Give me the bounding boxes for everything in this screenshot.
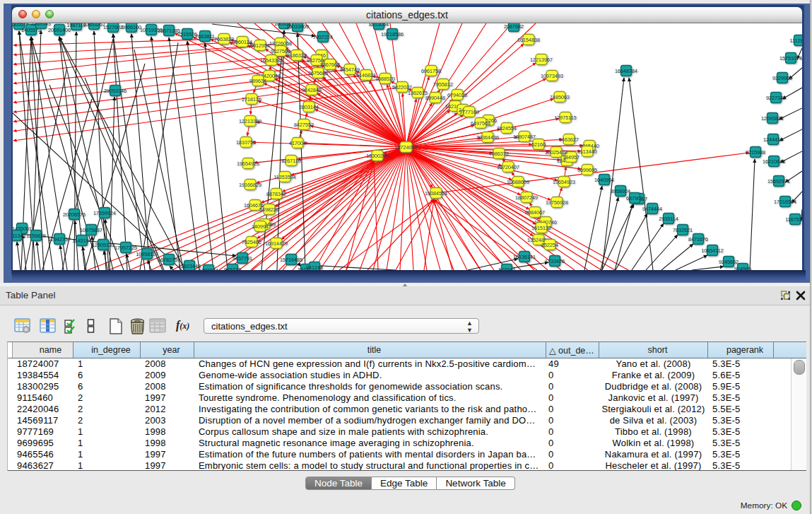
svg-text:7632621: 7632621 <box>673 227 693 233</box>
svg-text:20206576: 20206576 <box>63 211 86 218</box>
svg-text:8912954: 8912954 <box>250 42 270 49</box>
svg-text:7663811: 7663811 <box>195 33 214 40</box>
svg-text:9329966: 9329966 <box>772 75 792 81</box>
svg-text:989634: 989634 <box>249 78 266 84</box>
svg-text:945779: 945779 <box>224 267 241 271</box>
svg-text:3675685: 3675685 <box>308 70 328 76</box>
svg-text:17016504: 17016504 <box>774 199 796 205</box>
svg-text:16914479: 16914479 <box>265 240 288 247</box>
svg-text:19218586: 19218586 <box>381 31 404 37</box>
svg-text:16154838: 16154838 <box>517 37 540 43</box>
svg-text:6497568: 6497568 <box>471 120 490 127</box>
svg-text:687901: 687901 <box>626 195 643 201</box>
svg-text:10654112: 10654112 <box>701 247 723 254</box>
svg-text:10688609: 10688609 <box>507 179 529 185</box>
svg-text:10025438: 10025438 <box>545 149 567 156</box>
svg-text:19654923: 19654923 <box>237 160 259 167</box>
svg-text:1292344: 1292344 <box>199 267 218 271</box>
svg-text:16543382: 16543382 <box>260 57 283 64</box>
svg-text:10973493: 10973493 <box>541 73 563 79</box>
svg-text:18724007: 18724007 <box>395 144 418 151</box>
svg-text:16210643: 16210643 <box>763 158 785 165</box>
svg-text:15716485: 15716485 <box>280 257 302 263</box>
svg-text:9245652: 9245652 <box>719 259 739 265</box>
svg-text:252254: 252254 <box>541 242 558 248</box>
svg-text:1167533: 1167533 <box>785 216 802 223</box>
svg-text:8813054: 8813054 <box>369 23 389 28</box>
svg-text:62160: 62160 <box>531 141 546 148</box>
svg-text:12975115: 12975115 <box>554 115 576 121</box>
svg-text:2803144: 2803144 <box>299 104 319 110</box>
svg-text:19384554: 19384554 <box>425 190 447 197</box>
svg-text:10958117: 10958117 <box>136 251 158 257</box>
svg-text:7625402: 7625402 <box>242 239 261 245</box>
svg-text:941245: 941245 <box>306 264 323 271</box>
svg-text:9699695: 9699695 <box>577 167 597 173</box>
svg-text:1112848: 1112848 <box>790 37 802 44</box>
svg-text:16033809: 16033809 <box>286 23 309 30</box>
svg-text:8990448: 8990448 <box>425 95 445 101</box>
svg-text:9113440: 9113440 <box>577 148 596 155</box>
svg-text:417004: 417004 <box>289 140 306 146</box>
svg-text:7357224: 7357224 <box>313 34 333 40</box>
svg-text:2087682: 2087682 <box>504 23 524 30</box>
svg-text:20364436: 20364436 <box>476 134 499 141</box>
svg-text:19654923: 19654923 <box>553 179 575 185</box>
svg-text:1810755: 1810755 <box>236 139 256 146</box>
svg-text:16782759: 16782759 <box>158 257 180 263</box>
svg-text:7515526: 7515526 <box>177 31 197 37</box>
svg-text:1156829: 1156829 <box>26 233 45 239</box>
svg-text:8215988: 8215988 <box>746 149 765 156</box>
svg-text:7485063: 7485063 <box>550 94 570 100</box>
svg-text:8958924: 8958924 <box>611 188 630 194</box>
svg-text:7986372: 7986372 <box>489 151 509 157</box>
svg-text:1527602: 1527602 <box>103 24 123 30</box>
svg-text:16648784: 16648784 <box>615 68 637 74</box>
svg-text:9242848: 9242848 <box>302 87 322 93</box>
svg-text:7663822: 7663822 <box>214 36 234 42</box>
svg-text:19166829: 19166829 <box>239 182 261 188</box>
svg-text:3824554: 3824554 <box>497 125 517 132</box>
svg-text:1145194: 1145194 <box>72 238 91 244</box>
svg-text:1615132: 1615132 <box>531 225 551 231</box>
svg-text:6966160: 6966160 <box>122 24 141 30</box>
svg-text:8427552: 8427552 <box>294 122 314 128</box>
svg-text:1733426: 1733426 <box>545 258 565 264</box>
svg-text:15751074: 15751074 <box>779 55 802 62</box>
svg-text:6794028: 6794028 <box>447 92 467 98</box>
svg-text:10853267: 10853267 <box>83 23 105 28</box>
svg-text:10975887: 10975887 <box>80 227 102 233</box>
svg-text:18807249: 18807249 <box>515 194 538 201</box>
svg-text:15692971: 15692971 <box>767 178 790 185</box>
svg-text:7955812: 7955812 <box>433 81 453 88</box>
svg-text:9463627: 9463627 <box>559 136 579 143</box>
svg-text:16136141: 16136141 <box>513 254 536 260</box>
svg-text:6961758: 6961758 <box>421 68 441 74</box>
svg-text:9146821: 9146821 <box>356 72 376 78</box>
svg-text:17359924: 17359924 <box>93 210 116 216</box>
svg-text:12923448: 12923448 <box>178 263 201 269</box>
svg-text:8267110: 8267110 <box>281 158 300 164</box>
svg-text:173342: 173342 <box>498 267 515 271</box>
svg-text:9457791: 9457791 <box>233 255 252 262</box>
svg-text:9474444: 9474444 <box>642 206 662 212</box>
svg-text:2718176: 2718176 <box>242 96 261 103</box>
svg-text:1362615: 1362615 <box>408 90 428 96</box>
svg-text:29053346: 29053346 <box>104 88 126 94</box>
svg-text:1588520: 1588520 <box>375 76 395 82</box>
svg-text:12213967: 12213967 <box>530 57 553 63</box>
svg-text:11353594: 11353594 <box>273 174 295 180</box>
svg-text:2367608: 2367608 <box>320 62 340 68</box>
svg-text:5498222: 5498222 <box>259 206 279 213</box>
svg-text:9084067: 9084067 <box>525 209 545 216</box>
svg-text:12093822: 12093822 <box>761 115 784 122</box>
svg-text:9777169: 9777169 <box>459 109 479 115</box>
svg-text:17957225: 17957225 <box>114 245 137 251</box>
svg-text:19756928: 19756928 <box>546 199 568 206</box>
svg-text:10807487: 10807487 <box>513 134 536 140</box>
svg-text:8471676: 8471676 <box>688 236 708 243</box>
svg-text:1244419: 1244419 <box>763 136 783 143</box>
svg-text:8186328: 8186328 <box>287 52 307 59</box>
svg-text:140994: 140994 <box>252 223 269 230</box>
svg-text:924565: 924565 <box>734 266 751 271</box>
